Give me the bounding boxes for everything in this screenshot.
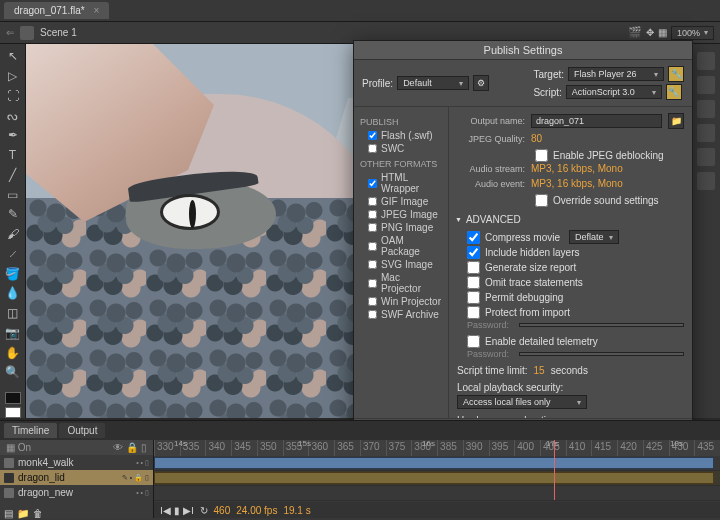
publish-header: PUBLISH bbox=[360, 117, 444, 127]
grid-icon[interactable]: ▦ bbox=[658, 27, 667, 38]
format-gif[interactable]: GIF Image bbox=[358, 195, 444, 208]
audio-event-value[interactable]: MP3, 16 kbps, Mono bbox=[531, 178, 623, 189]
hidden-layers-checkbox[interactable]: Include hidden layers bbox=[457, 245, 684, 260]
protect-checkbox[interactable]: Protect from import bbox=[457, 305, 684, 320]
layer-list: ▦ On👁 🔒 ▯ monk4_walk• • ▯ dragon_lid✎ • … bbox=[0, 440, 154, 518]
zoom-tool[interactable]: 🔍 bbox=[4, 364, 22, 381]
profile-label: Profile: bbox=[362, 78, 393, 89]
free-transform-tool[interactable]: ⛶ bbox=[4, 88, 22, 105]
hand-tool[interactable]: ✋ bbox=[4, 344, 22, 361]
bucket-tool[interactable]: 🪣 bbox=[4, 265, 22, 282]
target-label: Target: bbox=[533, 69, 564, 80]
compress-select[interactable]: Deflate bbox=[569, 230, 619, 244]
telemetry-password-input[interactable] bbox=[519, 352, 684, 356]
pen-tool[interactable]: ✒ bbox=[4, 127, 22, 144]
rectangle-tool[interactable]: ▭ bbox=[4, 186, 22, 203]
document-tabs: dragon_071.fla* × bbox=[0, 0, 720, 22]
target-select[interactable]: Flash Player 26 bbox=[568, 67, 664, 81]
new-folder-icon[interactable]: 📁 bbox=[17, 508, 29, 519]
format-win[interactable]: Win Projector bbox=[358, 295, 444, 308]
target-settings-icon[interactable]: 🔧 bbox=[668, 66, 684, 82]
format-swc[interactable]: SWC bbox=[358, 142, 444, 155]
brush-tool[interactable]: 🖌 bbox=[4, 226, 22, 243]
format-svg[interactable]: SVG Image bbox=[358, 258, 444, 271]
cc-libraries-icon[interactable] bbox=[697, 172, 715, 190]
stroke-color[interactable] bbox=[5, 392, 21, 403]
format-swfarchive[interactable]: SWF Archive bbox=[358, 308, 444, 321]
password-label: Password: bbox=[457, 320, 513, 330]
current-frame: 460 bbox=[214, 505, 231, 516]
telemetry-checkbox[interactable]: Enable detailed telemetry bbox=[457, 334, 684, 349]
output-browse-icon[interactable]: 📁 bbox=[668, 113, 684, 129]
password-input[interactable] bbox=[519, 323, 684, 327]
local-security-select[interactable]: Access local files only bbox=[457, 395, 587, 409]
telemetry-password-label: Password: bbox=[457, 349, 513, 359]
format-png[interactable]: PNG Image bbox=[358, 221, 444, 234]
output-name-input[interactable]: dragon_071 bbox=[531, 114, 662, 128]
profile-select[interactable]: Default bbox=[397, 76, 469, 90]
format-oam[interactable]: OAM Package bbox=[358, 234, 444, 258]
layer-row[interactable]: monk4_walk• • ▯ bbox=[0, 455, 153, 470]
camera-tool[interactable]: 📷 bbox=[4, 325, 22, 342]
format-jpeg[interactable]: JPEG Image bbox=[358, 208, 444, 221]
swatches-icon[interactable] bbox=[697, 148, 715, 166]
timeline-track[interactable]: 3303353403453503553603653703753803853903… bbox=[154, 440, 720, 518]
library-icon[interactable] bbox=[697, 76, 715, 94]
subselect-tool[interactable]: ▷ bbox=[4, 68, 22, 85]
omit-trace-checkbox[interactable]: Omit trace statements bbox=[457, 275, 684, 290]
jpeg-deblock-checkbox[interactable]: Enable JPEG deblocking bbox=[457, 148, 684, 163]
document-tab[interactable]: dragon_071.fla* × bbox=[4, 2, 109, 19]
format-mac[interactable]: Mac Projector bbox=[358, 271, 444, 295]
output-tab[interactable]: Output bbox=[59, 423, 105, 438]
local-security-label: Local playback security: bbox=[457, 382, 684, 393]
script-time-value[interactable]: 15 bbox=[534, 365, 545, 376]
scene-name[interactable]: Scene 1 bbox=[40, 27, 77, 38]
layer-row[interactable]: dragon_new• • ▯ bbox=[0, 485, 153, 500]
back-icon[interactable]: ⇐ bbox=[6, 27, 14, 38]
new-layer-icon[interactable]: ▤ bbox=[4, 508, 13, 519]
close-icon[interactable]: × bbox=[93, 5, 99, 16]
color-icon[interactable] bbox=[697, 124, 715, 142]
script-label: Script: bbox=[533, 87, 561, 98]
frame-nav-icon[interactable]: Ⅰ◀ ▮ ▶Ⅰ bbox=[160, 505, 194, 516]
loop-icon[interactable]: ↻ bbox=[200, 505, 208, 516]
jpeg-quality-value[interactable]: 80 bbox=[531, 133, 542, 144]
tab-filename: dragon_071.fla* bbox=[14, 5, 85, 16]
eyedropper-tool[interactable]: 💧 bbox=[4, 285, 22, 302]
zoom-select[interactable]: 100% bbox=[671, 26, 714, 40]
bone-tool[interactable]: ⟋ bbox=[4, 246, 22, 263]
override-sound-checkbox[interactable]: Override sound settings bbox=[457, 193, 684, 208]
lasso-tool[interactable]: ᔓ bbox=[4, 107, 22, 124]
layer-row[interactable]: dragon_lid✎ • 🔒 ▯ bbox=[0, 470, 153, 485]
permit-debug-checkbox[interactable]: Permit debugging bbox=[457, 290, 684, 305]
align-icon[interactable] bbox=[697, 100, 715, 118]
selection-tool[interactable]: ↖ bbox=[4, 48, 22, 65]
scene-icon bbox=[20, 26, 34, 40]
pencil-tool[interactable]: ✎ bbox=[4, 206, 22, 223]
playhead[interactable] bbox=[554, 440, 555, 500]
fill-color[interactable] bbox=[5, 407, 21, 418]
fps-value: 24.00 fps bbox=[236, 505, 277, 516]
tool-palette: ↖ ▷ ⛶ ᔓ ✒ T ╱ ▭ ✎ 🖌 ⟋ 🪣 💧 ◫ 📷 ✋ 🔍 bbox=[0, 44, 26, 418]
clapper-icon[interactable]: 🎬 bbox=[628, 26, 642, 39]
properties-icon[interactable] bbox=[697, 52, 715, 70]
format-flash[interactable]: Flash (.swf) bbox=[358, 129, 444, 142]
eraser-tool[interactable]: ◫ bbox=[4, 305, 22, 322]
delete-layer-icon[interactable]: 🗑 bbox=[33, 508, 43, 519]
compress-checkbox[interactable]: Compress movie Deflate bbox=[457, 229, 684, 245]
line-tool[interactable]: ╱ bbox=[4, 167, 22, 184]
audio-stream-value[interactable]: MP3, 16 kbps, Mono bbox=[531, 163, 623, 174]
crosshair-icon[interactable]: ✥ bbox=[646, 27, 654, 38]
right-panel-strip bbox=[690, 44, 720, 418]
advanced-header[interactable]: ADVANCED bbox=[455, 214, 684, 225]
script-settings-icon[interactable]: 🔧 bbox=[666, 84, 682, 100]
size-report-checkbox[interactable]: Generate size report bbox=[457, 260, 684, 275]
time-value: 19.1 s bbox=[283, 505, 310, 516]
profile-options-icon[interactable]: ⚙ bbox=[473, 75, 489, 91]
format-html[interactable]: HTML Wrapper bbox=[358, 171, 444, 195]
output-name-label: Output name: bbox=[457, 116, 525, 126]
onion-icon[interactable]: ▦ On bbox=[6, 442, 31, 453]
text-tool[interactable]: T bbox=[4, 147, 22, 164]
timeline-tab[interactable]: Timeline bbox=[4, 423, 57, 438]
script-select[interactable]: ActionScript 3.0 bbox=[566, 85, 662, 99]
